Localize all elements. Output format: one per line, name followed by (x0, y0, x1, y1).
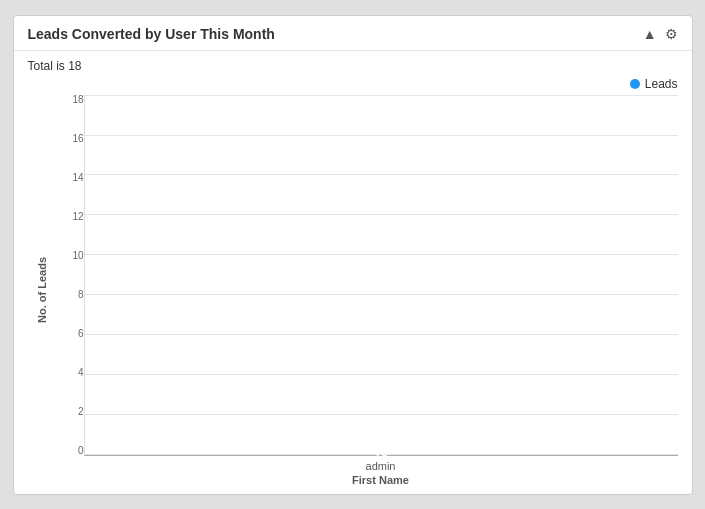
y-axis-label-container: No. of Leads (28, 95, 56, 486)
header-icons: ▲ ⚙ (643, 26, 678, 42)
legend-row: Leads (28, 77, 678, 91)
legend-label: Leads (645, 77, 678, 91)
card-body: Total is 18 Leads No. of Leads 024681012… (14, 51, 692, 494)
settings-icon[interactable]: ⚙ (665, 26, 678, 42)
y-tick-label: 16 (72, 134, 83, 144)
y-ticks: 024681012141618 (56, 95, 84, 456)
y-tick-label: 18 (72, 95, 83, 105)
plot-area: 18 (84, 95, 678, 456)
card-title: Leads Converted by User This Month (28, 26, 275, 42)
y-tick-label: 12 (72, 212, 83, 222)
chart-card: Leads Converted by User This Month ▲ ⚙ T… (13, 15, 693, 495)
chart-area: No. of Leads 024681012141618 18 admin Fi… (28, 95, 678, 486)
x-axis-title-row: First Name (56, 474, 678, 486)
collapse-icon[interactable]: ▲ (643, 26, 657, 42)
x-axis-title: First Name (352, 474, 409, 486)
bar-value: 18 (374, 447, 388, 462)
y-tick-label: 10 (72, 251, 83, 261)
y-axis-label: No. of Leads (36, 257, 48, 323)
chart-plot: 024681012141618 18 (56, 95, 678, 456)
chart-inner: 024681012141618 18 admin First Name (56, 95, 678, 486)
legend-dot (630, 79, 640, 89)
card-header: Leads Converted by User This Month ▲ ⚙ (14, 16, 692, 51)
bars-container: 18 (85, 95, 678, 455)
total-label: Total is 18 (28, 59, 678, 73)
y-tick-label: 14 (72, 173, 83, 183)
x-axis-labels: admin (56, 460, 678, 472)
